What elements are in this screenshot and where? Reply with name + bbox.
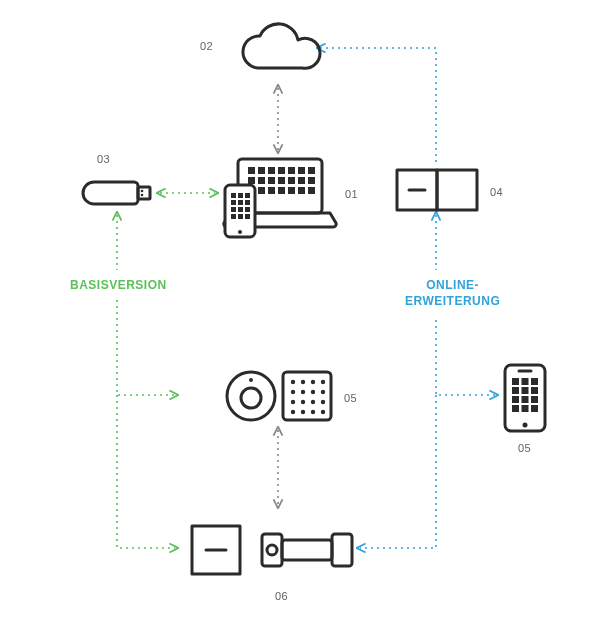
svg-point-67 — [321, 410, 325, 414]
svg-rect-39 — [231, 207, 236, 212]
svg-point-66 — [311, 410, 315, 414]
svg-rect-43 — [238, 214, 243, 219]
svg-rect-42 — [231, 214, 236, 219]
online-extension-label: ONLINE- ERWEITERUNG — [405, 278, 500, 309]
svg-rect-87 — [332, 534, 352, 566]
svg-point-57 — [301, 390, 305, 394]
reader-keypad-icon — [225, 368, 335, 424]
svg-rect-28 — [298, 187, 305, 194]
svg-rect-38 — [245, 200, 250, 205]
svg-rect-80 — [512, 405, 519, 412]
cloud-icon — [228, 22, 328, 82]
svg-point-7 — [141, 194, 144, 197]
svg-point-64 — [291, 410, 295, 414]
svg-rect-78 — [522, 396, 529, 403]
svg-rect-11 — [268, 167, 275, 174]
svg-point-6 — [141, 190, 144, 193]
svg-rect-85 — [262, 534, 282, 566]
svg-rect-18 — [268, 177, 275, 184]
svg-rect-35 — [245, 193, 250, 198]
svg-rect-16 — [248, 177, 255, 184]
diagram-canvas: 02 03 01 04 BA — [0, 0, 609, 638]
svg-point-52 — [291, 380, 295, 384]
node-label-04: 04 — [490, 186, 503, 198]
svg-point-65 — [301, 410, 305, 414]
node-label-06: 06 — [275, 590, 288, 602]
node-label-02: 02 — [200, 40, 213, 52]
svg-rect-20 — [288, 177, 295, 184]
svg-rect-86 — [282, 540, 332, 560]
svg-rect-73 — [531, 378, 538, 385]
svg-point-88 — [267, 545, 277, 555]
svg-point-50 — [249, 378, 253, 382]
svg-rect-37 — [238, 200, 243, 205]
svg-rect-27 — [288, 187, 295, 194]
svg-rect-9 — [248, 167, 255, 174]
online-line1: ONLINE- — [426, 278, 479, 292]
mobile-phone-icon — [502, 362, 548, 434]
svg-rect-25 — [268, 187, 275, 194]
svg-rect-74 — [512, 387, 519, 394]
svg-point-49 — [241, 388, 261, 408]
svg-point-69 — [523, 423, 528, 428]
usb-stick-icon — [82, 178, 162, 210]
svg-rect-19 — [278, 177, 285, 184]
svg-point-60 — [291, 400, 295, 404]
svg-point-56 — [291, 390, 295, 394]
svg-rect-41 — [245, 207, 250, 212]
svg-point-63 — [321, 400, 325, 404]
svg-rect-79 — [531, 396, 538, 403]
svg-rect-77 — [512, 396, 519, 403]
node-label-05a: 05 — [344, 392, 357, 404]
svg-point-54 — [311, 380, 315, 384]
node-label-01: 01 — [345, 188, 358, 200]
svg-rect-44 — [245, 214, 250, 219]
svg-rect-71 — [512, 378, 519, 385]
svg-rect-46 — [437, 170, 477, 210]
svg-rect-75 — [522, 387, 529, 394]
svg-rect-15 — [308, 167, 315, 174]
svg-rect-72 — [522, 378, 529, 385]
svg-rect-33 — [231, 193, 236, 198]
svg-rect-76 — [531, 387, 538, 394]
svg-rect-14 — [298, 167, 305, 174]
svg-rect-36 — [231, 200, 236, 205]
svg-point-61 — [301, 400, 305, 404]
svg-rect-26 — [278, 187, 285, 194]
svg-point-32 — [238, 230, 242, 234]
svg-rect-13 — [288, 167, 295, 174]
lock-cylinder-icon — [190, 520, 360, 580]
svg-rect-34 — [238, 193, 243, 198]
node-label-03: 03 — [97, 153, 110, 165]
svg-rect-12 — [278, 167, 285, 174]
svg-rect-81 — [522, 405, 529, 412]
svg-rect-10 — [258, 167, 265, 174]
svg-rect-17 — [258, 177, 265, 184]
node-label-05b: 05 — [518, 442, 531, 454]
svg-rect-21 — [298, 177, 305, 184]
laptop-phone-icon — [220, 155, 340, 241]
svg-rect-22 — [308, 177, 315, 184]
svg-rect-40 — [238, 207, 243, 212]
svg-point-53 — [301, 380, 305, 384]
svg-rect-29 — [308, 187, 315, 194]
svg-point-59 — [321, 390, 325, 394]
svg-point-55 — [321, 380, 325, 384]
svg-rect-24 — [258, 187, 265, 194]
svg-rect-82 — [531, 405, 538, 412]
wall-switch-icon — [395, 168, 479, 212]
basis-version-label: BASISVERSION — [70, 278, 167, 294]
svg-point-58 — [311, 390, 315, 394]
svg-rect-5 — [138, 187, 150, 199]
online-line2: ERWEITERUNG — [405, 294, 500, 308]
svg-point-62 — [311, 400, 315, 404]
